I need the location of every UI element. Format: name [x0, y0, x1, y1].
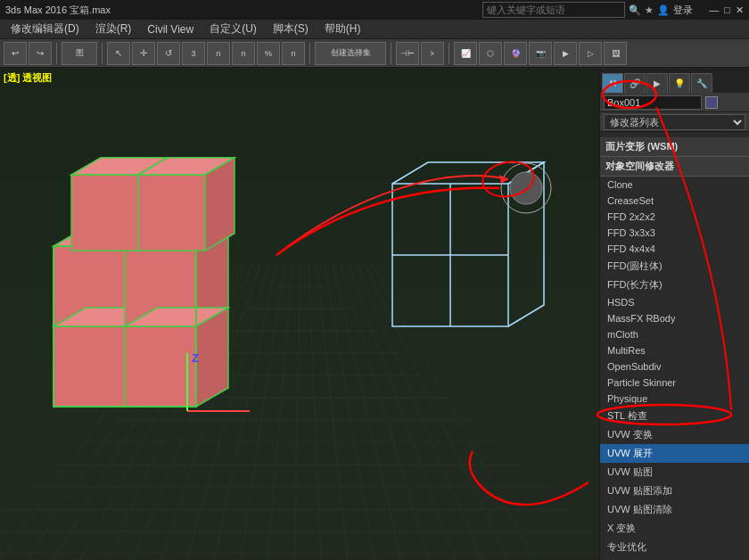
- tab-modify[interactable]: ⚒: [602, 73, 623, 93]
- search-area[interactable]: 🔍 ★ 👤 登录: [482, 0, 693, 20]
- scale-button[interactable]: 3: [182, 42, 205, 65]
- create-selection-label: 创建选择集: [331, 47, 371, 59]
- menu-render[interactable]: 渲染(R): [88, 20, 139, 38]
- viewport[interactable]: [透] 透视图: [0, 68, 599, 560]
- panel-tabs: ⚒ 🔗 ▶ 💡 🔧: [600, 68, 749, 93]
- toolbar-separator-2: [102, 43, 103, 64]
- menu-script[interactable]: 脚本(S): [266, 20, 316, 38]
- modifier-hsds[interactable]: HSDS: [600, 294, 749, 310]
- window-controls: — □ ✕: [709, 4, 744, 16]
- render-frame-button[interactable]: 🖼: [604, 42, 627, 65]
- menu-customize[interactable]: 自定义(U): [202, 20, 264, 38]
- view-button[interactable]: 图: [62, 42, 97, 65]
- search-icon[interactable]: 🔍: [629, 4, 641, 16]
- modifier-uvwtransform[interactable]: UVW 变换: [600, 425, 749, 444]
- namedsel-input[interactable]: 创建选择集: [315, 42, 386, 65]
- render2-button[interactable]: ▷: [579, 42, 602, 65]
- modifier-clone[interactable]: Clone: [600, 177, 749, 193]
- select-button[interactable]: ↖: [107, 42, 130, 65]
- tab-utilities[interactable]: 🔧: [691, 73, 712, 93]
- curve-editor-button[interactable]: 📈: [454, 42, 477, 65]
- render-setup-button[interactable]: 📷: [529, 42, 552, 65]
- menu-civil-view[interactable]: Civil View: [140, 21, 201, 37]
- move-button[interactable]: ✛: [132, 42, 155, 65]
- color-swatch[interactable]: [705, 96, 718, 109]
- menu-bar: 修改编辑器(D) 渲染(R) Civil View 自定义(U) 脚本(S) 帮…: [0, 20, 749, 39]
- tab-hierarchy[interactable]: 🔗: [624, 73, 646, 93]
- login-label[interactable]: 登录: [673, 4, 693, 17]
- ref-button[interactable]: n: [282, 42, 305, 65]
- object-name-input[interactable]: [604, 95, 702, 110]
- modifier-optimize[interactable]: 优化: [600, 556, 749, 560]
- modifier-dropdown-select[interactable]: 修改器列表: [604, 114, 745, 130]
- tab-motion[interactable]: ▶: [646, 73, 668, 93]
- toolbar-separator-5: [449, 43, 449, 64]
- min-icon[interactable]: —: [709, 4, 719, 16]
- close-icon[interactable]: ✕: [736, 4, 744, 16]
- tab-display[interactable]: 💡: [669, 73, 690, 93]
- max-icon[interactable]: □: [724, 4, 730, 16]
- scale3-button[interactable]: n: [232, 42, 255, 65]
- undo-button[interactable]: ↩: [4, 42, 27, 65]
- mirror-button[interactable]: ⊣⊢: [396, 42, 419, 65]
- modifier-multires[interactable]: MultiRes: [600, 342, 749, 358]
- schematic-button[interactable]: ⬡: [479, 42, 502, 65]
- modifier-prooptimizer[interactable]: 专业优化: [600, 538, 749, 556]
- modifier-ffd444[interactable]: FFD 4x4x4: [600, 241, 749, 257]
- viewport-label: [透] 透视图: [4, 71, 52, 85]
- modifier-mcloth[interactable]: mCloth: [600, 326, 749, 342]
- title-bar: 3ds Max 2016 宝箱.max 🔍 ★ 👤 登录 — □ ✕: [0, 0, 749, 20]
- object-name-bar: [600, 93, 749, 112]
- modifier-list[interactable]: 面片变形 (WSM) 对象空间修改器 Clone CreaseSet FFD 2…: [600, 137, 749, 560]
- modifier-particleskinner[interactable]: Particle Skinner: [600, 375, 749, 391]
- modifier-xtransform[interactable]: X 变换: [600, 519, 749, 538]
- section-header-object-space: 对象空间修改器: [600, 157, 749, 177]
- modifier-uvwmapclear[interactable]: UVW 贴图清除: [600, 500, 749, 519]
- search-input[interactable]: [482, 2, 625, 18]
- menu-modifier-editor[interactable]: 修改编辑器(D): [4, 20, 86, 38]
- section-header-wsm: 面片变形 (WSM): [600, 137, 749, 157]
- modifier-physique[interactable]: Physique: [600, 391, 749, 407]
- right-panel: ⚒ 🔗 ▶ 💡 🔧 修改器列表 面片变形 (WSM) 对象空间修改器 Clone…: [599, 68, 749, 560]
- percent-button[interactable]: %: [257, 42, 280, 65]
- render-button[interactable]: ▶: [554, 42, 577, 65]
- toolbar-separator-1: [56, 43, 57, 64]
- star-icon: ★: [645, 4, 654, 16]
- align-button[interactable]: ⊧: [421, 42, 444, 65]
- toolbar-separator-4: [391, 43, 391, 64]
- app-title: 3ds Max 2016 宝箱.max: [5, 4, 111, 17]
- modifier-ffdbox[interactable]: FFD(长方体): [600, 276, 749, 294]
- menu-help[interactable]: 帮助(H): [317, 20, 368, 38]
- scale2-button[interactable]: n: [207, 42, 230, 65]
- redo-button[interactable]: ↪: [29, 42, 52, 65]
- modifier-ffd333[interactable]: FFD 3x3x3: [600, 225, 749, 241]
- modifier-ffd222[interactable]: FFD 2x2x2: [600, 209, 749, 225]
- modifier-opensubdiv[interactable]: OpenSubdiv: [600, 358, 749, 375]
- rotate-button[interactable]: ↺: [157, 42, 180, 65]
- modifier-uvwmap[interactable]: UVW 贴图: [600, 463, 749, 482]
- user-icon: 👤: [657, 4, 670, 16]
- modifier-dropdown-bar: 修改器列表: [600, 112, 749, 132]
- modifier-uvwmapadd[interactable]: UVW 贴图添加: [600, 482, 749, 500]
- toolbar: ↩ ↪ 图 ↖ ✛ ↺ 3 n n % n 创建选择集 ⊣⊢ ⊧ 📈 ⬡ 🔮 📷…: [0, 39, 749, 68]
- grid-canvas: [0, 68, 599, 560]
- modifier-massfx[interactable]: MassFX RBody: [600, 310, 749, 326]
- modifier-creaseset[interactable]: CreaseSet: [600, 193, 749, 209]
- modifier-stl[interactable]: STL 检查: [600, 407, 749, 425]
- modifier-ffdcyl[interactable]: FFD(圆柱体): [600, 257, 749, 276]
- material-button[interactable]: 🔮: [504, 42, 527, 65]
- main-area: [透] 透视图 ⚒ 🔗 ▶ 💡 🔧 修改器: [0, 68, 749, 560]
- modifier-uvwunwrap[interactable]: UVW 展开: [600, 444, 749, 463]
- toolbar-separator-3: [309, 43, 310, 64]
